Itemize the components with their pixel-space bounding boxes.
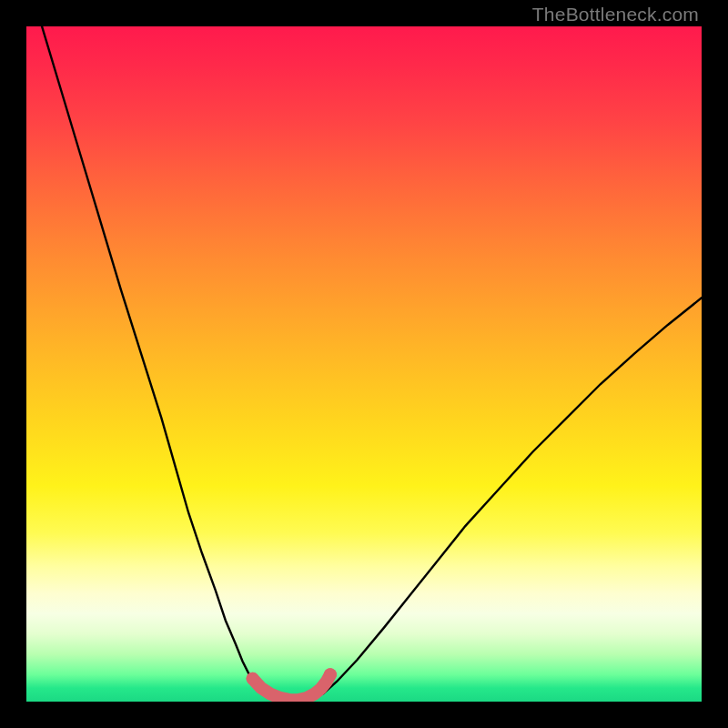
marker-dot [247,672,259,685]
outer-frame: TheBottleneck.com [0,0,728,728]
plot-area [26,26,702,702]
chart-svg [26,26,702,702]
bottleneck-floor-markers [247,668,337,700]
marker-dot [324,668,337,681]
watermark-text: TheBottleneck.com [532,4,699,25]
bottleneck-curve [40,26,702,701]
marker-connector [253,674,330,700]
